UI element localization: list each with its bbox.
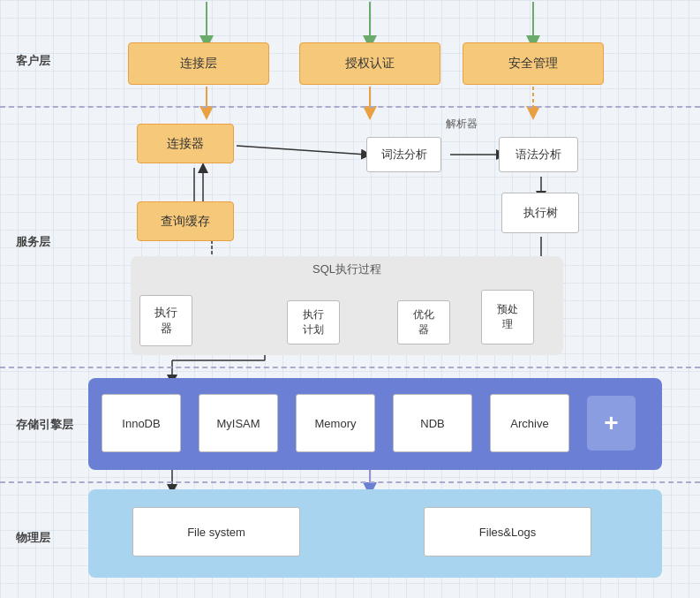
grammar-box: 语法分析: [499, 137, 578, 172]
client-connector-box: 连接层: [128, 42, 269, 85]
fileslogs-box: Files&Logs: [424, 507, 591, 556]
lexical-box: 词法分析: [366, 137, 441, 172]
archive-box: Archive: [490, 394, 569, 452]
sql-area-label: SQL执行过程: [312, 261, 381, 277]
service-connector-box: 连接器: [137, 124, 234, 163]
parser-label: 解析器: [446, 117, 478, 132]
layer-physical: 物理层: [16, 530, 50, 546]
layer-storage: 存储引擎层: [16, 417, 73, 433]
ndb-box: NDB: [393, 394, 472, 452]
exec-plan-box: 执行 计划: [287, 300, 340, 344]
exec-tree-box: 执行树: [501, 193, 579, 233]
svg-line-8: [237, 146, 366, 155]
layer-client: 客户层: [16, 53, 50, 69]
memory-box: Memory: [296, 394, 375, 452]
diagram: 客户层 服务层 存储引擎层 物理层 连接层 授权认证 安全管理 连接器 查询缓存…: [0, 0, 700, 598]
myisam-box: MyISAM: [199, 394, 278, 452]
query-cache-box: 查询缓存: [137, 201, 234, 241]
storage-area: InnoDB MyISAM Memory NDB Archive +: [88, 378, 662, 470]
preprocess-box: 预处 理: [481, 290, 534, 344]
executor-box: 执行 器: [139, 295, 192, 346]
physical-area: File system Files&Logs: [88, 489, 662, 578]
divider-2: [0, 367, 700, 368]
add-engine-button[interactable]: +: [587, 396, 636, 450]
layer-service: 服务层: [16, 234, 50, 250]
divider-1: [0, 106, 700, 108]
client-auth-box: 授权认证: [299, 42, 440, 85]
divider-3: [0, 481, 700, 483]
filesystem-box: File system: [132, 507, 300, 556]
client-security-box: 安全管理: [463, 42, 604, 85]
innodb-box: InnoDB: [102, 394, 181, 452]
optimizer-box: 优化 器: [397, 300, 450, 344]
